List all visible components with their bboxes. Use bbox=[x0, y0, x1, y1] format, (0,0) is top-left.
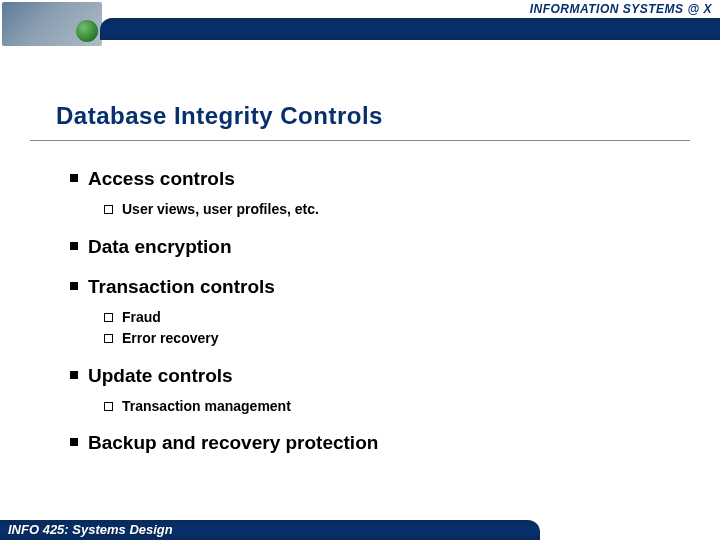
bullet-update-controls: Update controls bbox=[70, 365, 680, 388]
slide-title: Database Integrity Controls bbox=[56, 102, 383, 130]
title-underline bbox=[30, 140, 690, 141]
subbullet-transaction-management: Transaction management bbox=[104, 398, 680, 415]
subbullet-user-views: User views, user profiles, etc. bbox=[104, 201, 680, 218]
bullet-backup-recovery: Backup and recovery protection bbox=[70, 432, 680, 455]
bullet-access-controls: Access controls bbox=[70, 168, 680, 191]
slide-content: Access controls User views, user profile… bbox=[70, 160, 680, 455]
subbullet-error-recovery: Error recovery bbox=[104, 330, 680, 347]
bullet-data-encryption: Data encryption bbox=[70, 236, 680, 259]
slide-footer: INFO 425: Systems Design bbox=[0, 514, 720, 540]
footer-text: INFO 425: Systems Design bbox=[8, 522, 173, 537]
header-strip bbox=[100, 18, 720, 40]
header-decorative-image bbox=[2, 2, 102, 46]
slide-header: INFORMATION SYSTEMS @ X bbox=[0, 0, 720, 48]
subbullet-fraud: Fraud bbox=[104, 309, 680, 326]
header-tag: INFORMATION SYSTEMS @ X bbox=[530, 2, 712, 16]
bullet-transaction-controls: Transaction controls bbox=[70, 276, 680, 299]
